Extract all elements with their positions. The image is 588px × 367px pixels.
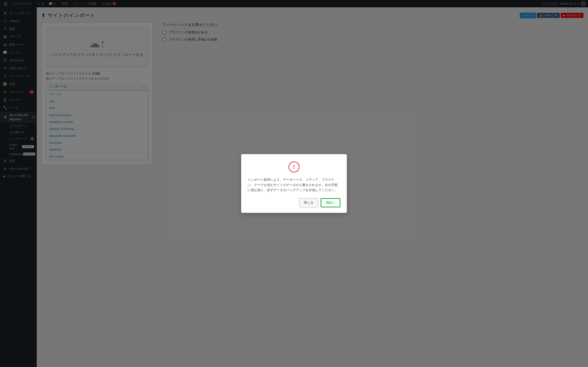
warning-icon: ! <box>288 161 300 173</box>
modal-overlay: ! インポート処理により、データベース、メディア、プラグイン、テーマを含むサイト… <box>0 0 588 367</box>
modal-message: インポート処理により、データベース、メディア、プラグイン、テーマを含むサイトのデ… <box>248 177 340 192</box>
close-modal-button[interactable]: 閉じる <box>299 198 318 207</box>
modal-buttons: 閉じる 開始 > <box>248 198 340 207</box>
start-button[interactable]: 開始 > <box>321 198 340 207</box>
warning-modal: ! インポート処理により、データベース、メディア、プラグイン、テーマを含むサイト… <box>241 154 347 213</box>
